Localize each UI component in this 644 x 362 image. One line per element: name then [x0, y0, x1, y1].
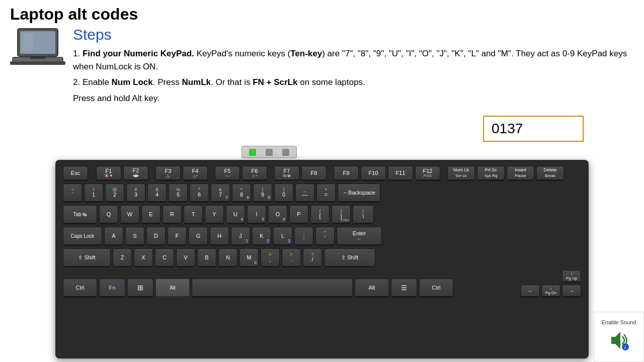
key-f2[interactable]: F2 ◀▶	[123, 166, 148, 181]
key-7[interactable]: &77	[211, 184, 230, 203]
steps-heading: Steps	[73, 26, 634, 43]
enable-sound-label: Enable Sound	[601, 319, 636, 325]
key-5[interactable]: %5	[169, 184, 188, 203]
key-insert[interactable]: InsertPause	[507, 166, 534, 181]
key-delete[interactable]: DeleteBreak	[536, 166, 564, 181]
alt-code-input[interactable]	[483, 116, 584, 142]
key-o[interactable]: O6	[268, 205, 287, 224]
key-prtsc[interactable]: Prt ScSys Rq	[477, 166, 505, 181]
key-3[interactable]: #3	[126, 184, 145, 203]
key-rbrace[interactable]: }]Enter	[332, 205, 351, 224]
key-1[interactable]: !1	[84, 184, 103, 203]
step-3: Press and hold Alt key.	[73, 92, 634, 105]
key-m[interactable]: M0	[239, 248, 259, 267]
key-b[interactable]: B	[197, 248, 216, 267]
step-2: 2. Enable Num Lock. Press NumLk. Or that…	[73, 76, 634, 89]
key-semicolon[interactable]: :;	[294, 227, 313, 246]
steps-content: Steps 1. Find your Numeric KeyPad. KeyPa…	[73, 26, 634, 108]
key-f7[interactable]: F7 ⊞/◉	[274, 166, 299, 181]
key-h[interactable]: H	[210, 227, 229, 246]
key-f11[interactable]: F11	[388, 166, 413, 181]
key-a[interactable]: A	[104, 227, 123, 246]
key-alt-left[interactable]: Alt	[155, 279, 190, 298]
key-q[interactable]: Q	[99, 205, 118, 224]
key-quote[interactable]: "'	[315, 227, 335, 246]
key-space[interactable]	[192, 279, 353, 298]
key-8[interactable]: *88	[232, 184, 251, 203]
zxcv-row: ⇧ Shift Z X C V B N M0 <, >. ?/ ⇧ Shift	[63, 248, 581, 267]
key-z[interactable]: Z	[113, 248, 132, 267]
laptop-icon	[10, 26, 65, 71]
key-f9[interactable]: F9	[334, 166, 359, 181]
key-minus[interactable]: _—	[295, 184, 314, 203]
key-f4[interactable]: F4 △+	[183, 166, 208, 181]
key-f8[interactable]: F8	[301, 166, 327, 181]
key-j[interactable]: J1	[231, 227, 250, 246]
key-slash[interactable]: ?/	[303, 248, 322, 267]
key-alt-right[interactable]: Alt	[355, 279, 389, 298]
svg-marker-6	[611, 332, 620, 349]
key-f10[interactable]: F10	[361, 166, 386, 181]
key-tab[interactable]: Tab ↹	[63, 205, 97, 224]
step-1: 1. Find your Numeric KeyPad. KeyPad's nu…	[73, 47, 634, 73]
key-x[interactable]: X	[134, 248, 153, 267]
key-l[interactable]: L3	[273, 227, 292, 246]
key-s[interactable]: S	[125, 227, 144, 246]
key-lbrace[interactable]: {[	[310, 205, 330, 224]
usb-led-gray	[266, 149, 273, 156]
key-p[interactable]: P	[289, 205, 308, 224]
key-backtick[interactable]: ~`	[63, 184, 82, 203]
key-e[interactable]: E	[141, 205, 160, 224]
key-shift-left[interactable]: ⇧ Shift	[63, 248, 111, 267]
key-esc[interactable]: Esc	[63, 166, 88, 181]
key-period[interactable]: >.	[282, 248, 301, 267]
key-2[interactable]: @2	[105, 184, 124, 203]
key-u[interactable]: U4	[226, 205, 245, 224]
key-pgup[interactable]: ↑Pg Up	[562, 270, 581, 283]
key-win[interactable]: ⊞	[127, 279, 153, 298]
key-right[interactable]: →	[562, 285, 581, 298]
key-enter[interactable]: Enter←	[337, 227, 382, 246]
key-w[interactable]: W	[120, 205, 139, 224]
key-i[interactable]: I5	[247, 205, 266, 224]
key-f6[interactable]: F6 ☼+	[242, 166, 267, 181]
key-capslock[interactable]: Caps Lock	[63, 227, 102, 246]
key-y[interactable]: Y	[205, 205, 224, 224]
key-g[interactable]: G	[189, 227, 208, 246]
key-9[interactable]: (99	[253, 184, 272, 203]
key-numlk[interactable]: Num LkScr Lk	[447, 166, 475, 181]
fn-key-row: Esc F1 🔇▼ F2 ◀▶ F3 △- F4 △+ F5 ☼- F6 ☼+	[63, 166, 581, 181]
key-v[interactable]: V	[176, 248, 195, 267]
key-k[interactable]: K2	[252, 227, 271, 246]
key-c[interactable]: C	[155, 248, 174, 267]
key-comma[interactable]: <,	[261, 248, 280, 267]
key-0[interactable]: )0	[274, 184, 293, 203]
key-backspace[interactable]: ←Backspace	[338, 184, 380, 203]
usb-indicator	[242, 146, 297, 158]
key-menu[interactable]: ☰	[391, 279, 417, 298]
code-input-area[interactable]	[483, 116, 584, 142]
svg-rect-5	[30, 56, 45, 59]
key-n[interactable]: N	[218, 248, 237, 267]
key-f12[interactable]: F12 PrtSc	[415, 166, 440, 181]
key-fn[interactable]: Fn	[99, 279, 125, 298]
key-d[interactable]: D	[146, 227, 166, 246]
sound-icon: ♪	[606, 328, 631, 355]
key-equals[interactable]: +=	[316, 184, 336, 203]
enable-sound-button[interactable]: Enable Sound ♪	[594, 312, 644, 362]
key-f5[interactable]: F5 ☼-	[215, 166, 240, 181]
key-f3[interactable]: F3 △-	[155, 166, 181, 181]
key-backslash[interactable]: |\	[353, 205, 374, 224]
key-down-pgdn[interactable]: ↓Pg Dn	[541, 285, 560, 298]
key-r[interactable]: R	[163, 205, 182, 224]
key-4[interactable]: $4	[147, 184, 167, 203]
key-6[interactable]: ^6	[190, 184, 209, 203]
key-shift-right[interactable]: ⇧ Shift	[324, 248, 375, 267]
key-ctrl-right[interactable]: Ctrl	[419, 279, 453, 298]
key-f[interactable]: F	[168, 227, 187, 246]
key-left[interactable]: ←	[521, 285, 540, 298]
usb-led-gray2	[282, 149, 289, 156]
key-t[interactable]: T	[184, 205, 203, 224]
key-f1[interactable]: F1 🔇▼	[96, 166, 121, 181]
key-ctrl-left[interactable]: Ctrl	[63, 279, 97, 298]
